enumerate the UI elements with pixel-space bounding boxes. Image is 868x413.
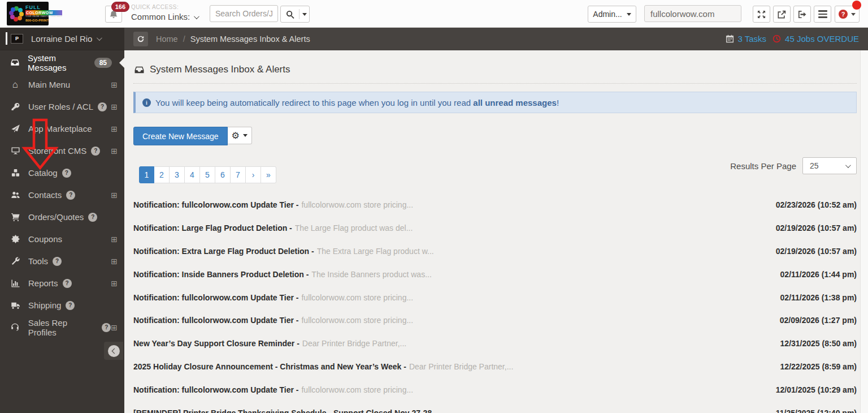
sidebar-item-sales-rep-profiles[interactable]: Sales Rep Profiles?⊞ [0, 316, 124, 338]
sign-out-button[interactable] [793, 6, 811, 23]
expand-arrows-icon [757, 10, 766, 19]
sidebar-item-label: Storefront CMS [28, 146, 86, 156]
sidebar-collapse-button[interactable] [104, 342, 123, 360]
user-menu[interactable]: P Lorraine Del Rio [0, 27, 124, 50]
message-title: [REMINDER] Printer Bridge Thanksgiving S… [133, 408, 437, 413]
expand-plus-icon[interactable]: ⊞ [111, 257, 118, 265]
message-title: Notification: fullcolorwow.com Update Ti… [133, 385, 298, 394]
headset-icon [9, 323, 21, 332]
breadcrumb-home-link[interactable]: Home [156, 35, 178, 44]
results-per-page-select[interactable]: 25 [802, 157, 857, 174]
message-row[interactable]: Notification: fullcolorwow.com Update Ti… [133, 286, 857, 309]
sidebar-item-main-menu[interactable]: ⌂Main Menu⊞ [0, 74, 124, 96]
help-icon: ? [102, 323, 111, 332]
message-options-dropdown[interactable]: ⚙ [228, 127, 252, 144]
logo-line4: 800-GO-PRINT [25, 19, 62, 22]
pagination-item[interactable]: 3 [170, 166, 185, 183]
sidebar: P Lorraine Del Rio System Messages85⌂Mai… [0, 27, 124, 413]
sidebar-item-tools[interactable]: Tools?⊞ [0, 250, 124, 272]
message-row[interactable]: Notification: fullcolorwow.com Update Ti… [133, 309, 857, 332]
help-icon: ? [98, 102, 107, 111]
overdue-jobs-link[interactable]: 45 Jobs OVERDUE [785, 34, 859, 44]
message-preview: The Large Flag product was del... [295, 223, 765, 233]
refresh-button[interactable] [133, 32, 148, 46]
pagination-item[interactable]: » [261, 166, 276, 183]
sidebar-item-orders-quotes[interactable]: Orders/Quotes? [0, 206, 124, 228]
sidebar-item-reports[interactable]: Reports?⊞ [0, 272, 124, 294]
notification-count-badge: 166 [111, 2, 129, 12]
sidebar-item-app-marketplace[interactable]: App Marketplace⊞ [0, 118, 124, 140]
pagination-item[interactable]: 2 [154, 166, 170, 183]
pagination-item[interactable]: 7 [231, 166, 246, 183]
sidebar-item-label: Tools [28, 256, 48, 266]
sidebar-item-label: Main Menu [28, 80, 70, 89]
expand-plus-icon[interactable]: ⊞ [111, 324, 118, 332]
caret-down-icon [302, 13, 307, 16]
expand-plus-icon[interactable]: ⊞ [111, 81, 118, 89]
sidebar-item-contacts[interactable]: Contacts?⊞ [0, 184, 124, 206]
message-row[interactable]: Notification: fullcolorwow.com Update Ti… [133, 378, 857, 401]
breadcrumb-separator: / [183, 35, 185, 44]
message-title: Notification: fullcolorwow.com Update Ti… [133, 200, 298, 209]
message-date: 11/25/2025 (12:40 pm) [776, 408, 857, 413]
notifications-bell-button[interactable]: 166 [105, 6, 122, 23]
sidebar-item-label: User Roles / ACL [28, 102, 93, 111]
brand-logo[interactable]: FULL COLORWOW YOUR ONLINE ONESTOP PRINTS… [7, 2, 49, 25]
message-title: Notification: fullcolorwow.com Update Ti… [133, 316, 298, 325]
message-row[interactable]: Notification: fullcolorwow.com Update Ti… [133, 193, 857, 217]
store-domain-field[interactable]: fullcolorwow.com [644, 5, 741, 22]
tasks-link[interactable]: 3 Tasks [738, 34, 767, 44]
message-row[interactable]: [REMINDER] Printer Bridge Thanksgiving S… [133, 401, 857, 413]
sign-out-icon [798, 10, 806, 19]
message-row[interactable]: New Year’s Day Support Closure Reminder … [133, 332, 857, 355]
sidebar-item-label: Sales Rep Profiles [28, 318, 98, 337]
pagination-item[interactable]: 6 [215, 166, 231, 183]
message-preview: fullcolorwow.com store pricing... [301, 385, 764, 394]
help-icon: ? [839, 10, 848, 19]
message-row[interactable]: Notification: Inside Banners Product Del… [133, 263, 857, 286]
sidebar-item-user-roles-acl[interactable]: User Roles / ACL?⊞ [0, 96, 124, 118]
expand-plus-icon[interactable]: ⊞ [111, 191, 118, 199]
pagination-item[interactable]: › [246, 166, 261, 183]
message-date: 02/09/2026 (1:27 pm) [780, 316, 857, 325]
fullscreen-button[interactable] [753, 6, 770, 23]
sidebar-item-system-messages[interactable]: System Messages85 [0, 51, 124, 74]
expand-plus-icon[interactable]: ⊞ [111, 279, 118, 287]
breadcrumb-bar: Home / System Messages Inbox & Alerts 3 … [124, 27, 868, 50]
open-storefront-button[interactable] [773, 6, 791, 23]
search-button[interactable] [281, 6, 299, 22]
cubes-icon [9, 169, 21, 177]
avatar: P [11, 34, 23, 44]
external-link-icon [778, 10, 786, 19]
common-links-dropdown[interactable]: QUICK ACCESS: Common Links: [131, 4, 198, 22]
sidebar-item-storefront-cms[interactable]: Storefront CMS?⊞ [0, 140, 124, 162]
pagination-item[interactable]: 5 [200, 166, 215, 183]
pagination-item[interactable]: 4 [185, 166, 200, 183]
message-row[interactable]: 2025 Holiday Closure Announcement - Chri… [133, 355, 857, 378]
search-options-caret[interactable] [300, 6, 309, 22]
menu-button[interactable] [814, 6, 831, 23]
user-name: Lorraine Del Rio [31, 34, 92, 44]
admin-dropdown-button[interactable]: Admin... [588, 6, 636, 23]
sidebar-item-label: App Marketplace [28, 124, 92, 134]
sidebar-item-coupons[interactable]: Coupons⊞ [0, 228, 124, 250]
calendar-icon [726, 35, 734, 43]
message-row[interactable]: Notification: Large Flag Product Deletio… [133, 217, 857, 240]
bar-chart-icon [9, 279, 21, 287]
search-orders-input[interactable] [210, 5, 278, 22]
home-icon: ⌂ [9, 80, 21, 89]
pagination-page-current[interactable]: 1 [139, 166, 154, 183]
sidebar-item-shipping[interactable]: Shipping? [0, 294, 124, 316]
help-icon: ? [53, 257, 62, 266]
truck-icon [9, 301, 21, 309]
message-row[interactable]: Notification: Extra Large Flag Product D… [133, 240, 857, 263]
expand-plus-icon[interactable]: ⊞ [111, 147, 118, 155]
expand-plus-icon[interactable]: ⊞ [111, 103, 118, 111]
create-new-message-button[interactable]: Create New Message [133, 127, 228, 145]
scrollbar[interactable] [860, 50, 868, 413]
sidebar-item-catalog[interactable]: Catalog? [0, 162, 124, 184]
message-title: Notification: Inside Banners Product Del… [133, 270, 309, 279]
expand-plus-icon[interactable]: ⊞ [111, 125, 118, 133]
expand-plus-icon[interactable]: ⊞ [111, 235, 118, 243]
users-icon [9, 191, 21, 199]
